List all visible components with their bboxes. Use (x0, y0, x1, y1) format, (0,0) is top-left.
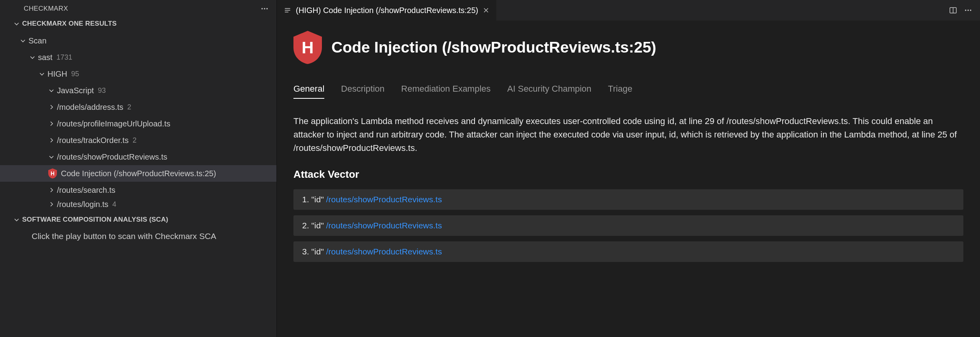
issue-title: Code Injection (/showProductReviews.ts:2… (331, 39, 656, 56)
issue-description: The application's Lambda method receives… (293, 115, 963, 155)
attack-vector-item[interactable]: 3. "id" /routes/showProductReviews.ts (293, 241, 963, 262)
chevron-down-icon (39, 71, 47, 77)
tree-sast[interactable]: sast 1731 (0, 49, 276, 66)
av-index: 2. (302, 221, 309, 230)
subtab-general[interactable]: General (293, 84, 324, 99)
section-results[interactable]: CHECKMARX ONE RESULTS (0, 16, 276, 32)
av-label: "id" (311, 195, 324, 204)
more-icon[interactable] (964, 6, 972, 14)
chevron-down-icon (48, 87, 57, 94)
tree-file[interactable]: /models/address.ts 2 (0, 99, 276, 115)
tree-label: /models/address.ts (57, 103, 123, 112)
tab-active[interactable]: (HIGH) Code Injection (/showProductRevie… (277, 0, 497, 21)
close-icon[interactable] (483, 7, 489, 13)
panel-header-checkmarx: CHECKMARX (0, 0, 276, 16)
tree-label: /routes/login.ts (57, 200, 108, 209)
svg-point-12 (967, 9, 969, 11)
tree-label: HIGH (47, 70, 67, 79)
tree-label: /routes/search.ts (57, 186, 115, 195)
chevron-down-icon (48, 154, 57, 160)
tree-count: 1731 (57, 53, 72, 62)
av-link[interactable]: /routes/showProductReviews.ts (326, 221, 442, 230)
tree-label: /routes/profileImageUrlUpload.ts (57, 119, 170, 128)
chevron-down-icon (20, 38, 28, 44)
tree-label: /routes/showProductReviews.ts (57, 152, 167, 162)
shield-high-icon: H (293, 31, 322, 64)
tab-spacer (497, 0, 941, 21)
chevron-down-icon (13, 217, 22, 223)
sca-header[interactable]: SOFTWARE COMPOSITION ANALYSIS (SCA) (0, 212, 276, 228)
tree-file[interactable]: /routes/profileImageUrlUpload.ts (0, 115, 276, 132)
attack-vector-item[interactable]: 2. "id" /routes/showProductReviews.ts (293, 215, 963, 236)
chevron-right-icon (48, 201, 57, 207)
panel-title: CHECKMARX (24, 5, 68, 13)
av-index: 1. (302, 195, 309, 204)
editor: (HIGH) Code Injection (/showProductRevie… (277, 0, 980, 337)
sidebar: CHECKMARX CHECKMARX ONE RESULTS Scan sas… (0, 0, 277, 337)
av-label: "id" (311, 221, 324, 230)
more-icon[interactable] (261, 5, 269, 13)
av-index: 3. (302, 247, 309, 256)
shield-high-icon: H (48, 168, 57, 179)
subtabs: General Description Remediation Examples… (293, 84, 963, 99)
tree-file[interactable]: /routes/login.ts 4 (0, 198, 276, 210)
attack-vector-title: Attack Vector (293, 168, 963, 181)
tree-high[interactable]: HIGH 95 (0, 66, 276, 82)
tab-title: (HIGH) Code Injection (/showProductRevie… (296, 6, 478, 15)
tree-issue-selected[interactable]: H Code Injection (/showProductReviews.ts… (0, 165, 276, 182)
svg-point-11 (965, 9, 967, 11)
tree-count: 95 (71, 70, 79, 78)
tree-count: 93 (98, 87, 106, 95)
section-title: CHECKMARX ONE RESULTS (22, 20, 117, 28)
subtab-triage[interactable]: Triage (608, 84, 632, 99)
chevron-down-icon (29, 54, 38, 60)
issue-content: H Code Injection (/showProductReviews.ts… (277, 21, 980, 337)
svg-text:H: H (302, 38, 314, 57)
tree-label: /routes/trackOrder.ts (57, 136, 129, 145)
subtab-description[interactable]: Description (341, 84, 384, 99)
tree-label: sast (38, 53, 53, 62)
results-tree: Scan sast 1731 HIGH 95 JavaScript 93 /mo… (0, 32, 276, 210)
tab-bar: (HIGH) Code Injection (/showProductRevie… (277, 0, 980, 21)
svg-point-1 (264, 8, 265, 9)
svg-point-13 (970, 9, 972, 11)
tree-file[interactable]: /routes/showProductReviews.ts (0, 149, 276, 165)
tree-label: JavaScript (57, 86, 94, 95)
tree-label: Code Injection (/showProductReviews.ts:2… (61, 169, 216, 178)
list-icon (284, 7, 291, 14)
chevron-right-icon (48, 104, 57, 110)
attack-vector-item[interactable]: 1. "id" /routes/showProductReviews.ts (293, 189, 963, 210)
tree-count: 2 (127, 103, 131, 111)
tree-file[interactable]: /routes/trackOrder.ts 2 (0, 132, 276, 149)
tree-file[interactable]: /routes/search.ts (0, 182, 276, 198)
svg-text:H: H (51, 171, 55, 177)
av-label: "id" (311, 247, 324, 256)
tree-javascript[interactable]: JavaScript 93 (0, 82, 276, 99)
sca-title: SOFTWARE COMPOSITION ANALYSIS (SCA) (22, 216, 168, 224)
tab-actions (941, 0, 980, 21)
svg-point-2 (267, 8, 268, 9)
tree-scan[interactable]: Scan (0, 32, 276, 49)
tree-count: 2 (132, 136, 136, 145)
chevron-right-icon (48, 137, 57, 143)
section-sca: SOFTWARE COMPOSITION ANALYSIS (SCA) Clic… (0, 210, 276, 245)
attack-vector-list: 1. "id" /routes/showProductReviews.ts 2.… (293, 189, 963, 262)
split-editor-icon[interactable] (949, 6, 957, 14)
av-link[interactable]: /routes/showProductReviews.ts (326, 195, 442, 204)
sca-text: Click the play button to scan with Check… (0, 228, 276, 245)
tree-count: 4 (112, 200, 116, 209)
svg-point-0 (261, 8, 263, 9)
chevron-down-icon (13, 21, 22, 27)
issue-title-row: H Code Injection (/showProductReviews.ts… (293, 31, 963, 64)
subtab-ai[interactable]: AI Security Champion (507, 84, 592, 99)
av-link[interactable]: /routes/showProductReviews.ts (326, 247, 442, 256)
subtab-remediation[interactable]: Remediation Examples (401, 84, 490, 99)
chevron-right-icon (48, 120, 57, 127)
tree-label: Scan (28, 36, 47, 45)
chevron-right-icon (48, 187, 57, 193)
